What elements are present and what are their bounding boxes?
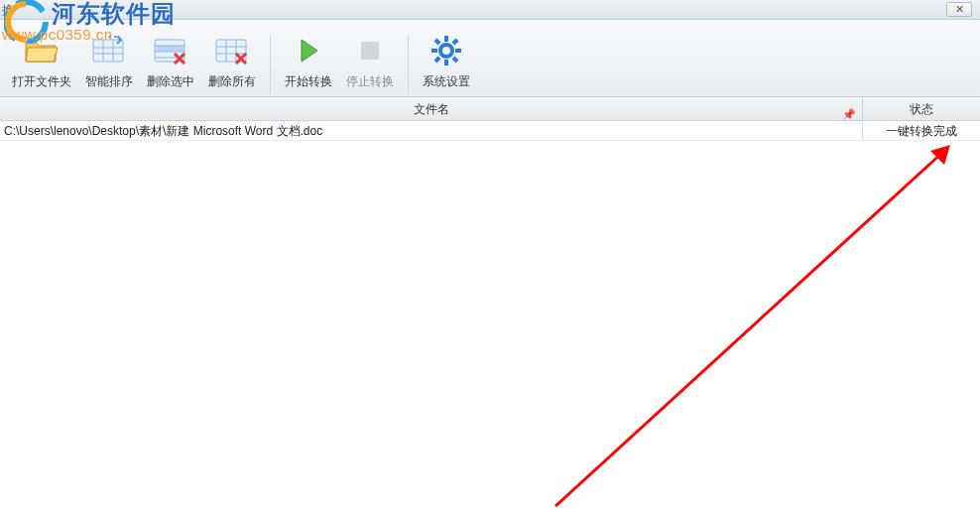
table-row[interactable]: C:\Users\lenovo\Desktop\素材\新建 Microsoft … [0,121,980,141]
settings-button[interactable]: 系统设置 [417,28,476,94]
open-folder-label: 打开文件夹 [12,73,71,90]
svg-line-23 [435,40,439,44]
svg-rect-17 [361,42,379,60]
delete-all-button[interactable]: 删除所有 [202,28,262,94]
play-icon [290,32,327,69]
column-header-status[interactable]: 状态 [863,97,980,120]
delete-selected-icon [152,32,189,69]
grid-header: 文件名 📌 状态 [0,97,980,121]
delete-all-icon [213,32,251,69]
delete-selected-label: 删除选中 [147,73,194,90]
title-bar: 换 ✕ [0,0,980,20]
column-header-filename-label: 文件名 [414,102,449,116]
svg-line-24 [453,58,457,62]
smart-sort-label: 智能排序 [85,73,133,90]
delete-all-label: 删除所有 [208,73,256,90]
svg-rect-8 [155,46,184,52]
svg-point-18 [440,45,452,57]
toolbar: 打开文件夹 A 智能排序 [0,20,980,97]
title-fragment: 换 [2,2,14,19]
smart-sort-icon: A [90,32,128,69]
toolbar-separator-2 [408,35,409,94]
svg-line-25 [453,40,457,44]
folder-open-icon [23,32,61,69]
cell-status: 一键转换完成 [863,121,980,140]
toolbar-separator [270,35,271,94]
settings-label: 系统设置 [423,73,470,90]
column-header-filename[interactable]: 文件名 📌 [0,97,863,120]
start-convert-label: 开始转换 [285,73,332,90]
gear-icon [428,32,465,69]
cell-filename: C:\Users\lenovo\Desktop\素材\新建 Microsoft … [0,121,863,140]
smart-sort-button[interactable]: A 智能排序 [79,28,139,94]
stop-icon [351,32,389,69]
close-icon: ✕ [955,3,964,15]
open-folder-button[interactable]: 打开文件夹 [6,28,77,94]
stop-convert-label: 停止转换 [346,73,394,90]
delete-selected-button[interactable]: 删除选中 [141,28,200,94]
close-button[interactable]: ✕ [946,2,972,17]
svg-line-26 [435,58,439,62]
column-header-status-label: 状态 [910,102,933,116]
start-convert-button[interactable]: 开始转换 [279,28,338,94]
stop-convert-button[interactable]: 停止转换 [340,28,400,94]
svg-text:A: A [108,36,117,41]
app-window: 河东软件园 www.pc0359.cn 换 ✕ 打开文件夹 [0,0,980,520]
grid-body[interactable]: C:\Users\lenovo\Desktop\素材\新建 Microsoft … [0,121,980,520]
